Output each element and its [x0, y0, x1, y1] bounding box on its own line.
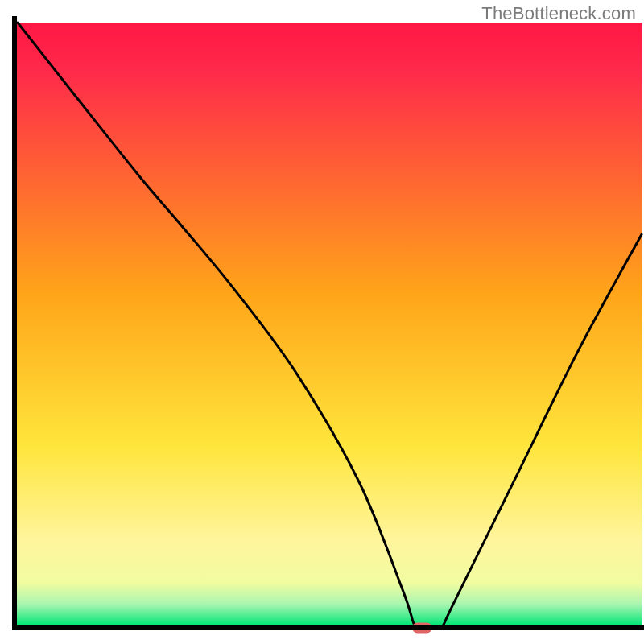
watermark-text: TheBottleneck.com: [481, 3, 636, 24]
bottleneck-chart: TheBottleneck.com: [0, 0, 644, 644]
gradient-background: [17, 23, 642, 625]
chart-svg: [0, 0, 644, 644]
